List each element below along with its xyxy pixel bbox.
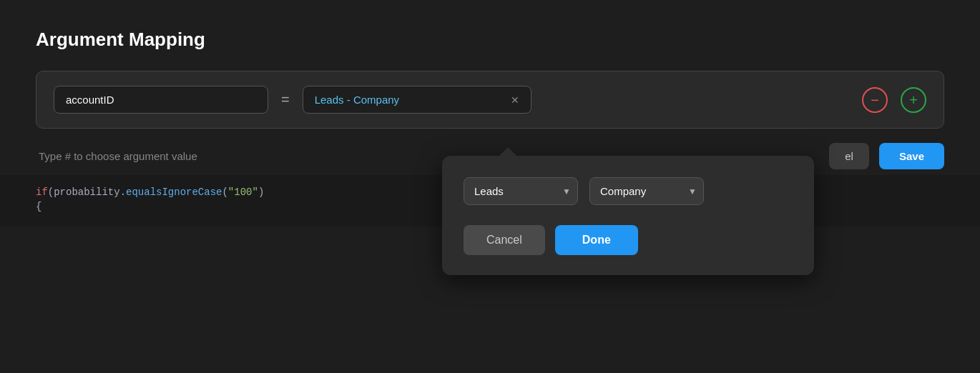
company-select-wrapper: Company Name Email Phone Address ▼ bbox=[589, 177, 704, 205]
code-paren2: ( bbox=[222, 186, 227, 198]
code-paren: (probability. bbox=[48, 186, 126, 198]
rhs-field[interactable]: Leads - Company ✕ bbox=[303, 86, 531, 114]
remove-row-button[interactable]: − bbox=[862, 87, 888, 113]
cancel-button[interactable]: el bbox=[829, 143, 869, 169]
hint-text: Type # to choose argument value bbox=[39, 150, 197, 162]
code-string: "100" bbox=[228, 186, 258, 198]
field-picker-popup: Leads Contacts Accounts Opportunities ▼ … bbox=[442, 156, 814, 275]
popup-cancel-button[interactable]: Cancel bbox=[464, 225, 545, 255]
add-row-button[interactable]: + bbox=[901, 87, 926, 113]
company-select[interactable]: Company Name Email Phone Address bbox=[589, 177, 704, 205]
main-container: Argument Mapping = Leads - Company ✕ − +… bbox=[0, 0, 980, 169]
popup-done-button[interactable]: Done bbox=[555, 225, 638, 255]
equals-sign: = bbox=[281, 91, 290, 108]
leads-select[interactable]: Leads Contacts Accounts Opportunities bbox=[464, 177, 578, 205]
save-button[interactable]: Save bbox=[879, 143, 944, 169]
leads-select-wrapper: Leads Contacts Accounts Opportunities ▼ bbox=[464, 177, 578, 205]
page-title: Argument Mapping bbox=[36, 29, 944, 51]
left-field-input[interactable] bbox=[54, 86, 268, 114]
code-paren3: ) bbox=[258, 186, 264, 198]
code-keyword-if: if bbox=[36, 186, 48, 198]
mapping-row: = Leads - Company ✕ − + bbox=[36, 71, 944, 129]
close-icon[interactable]: ✕ bbox=[511, 94, 519, 106]
code-brace: { bbox=[36, 201, 41, 212]
rhs-field-text: Leads - Company bbox=[315, 94, 399, 106]
popup-actions-row: Cancel Done bbox=[464, 225, 793, 255]
code-method: equalsIgnoreCase bbox=[126, 186, 222, 198]
popup-selects-row: Leads Contacts Accounts Opportunities ▼ … bbox=[464, 177, 793, 205]
